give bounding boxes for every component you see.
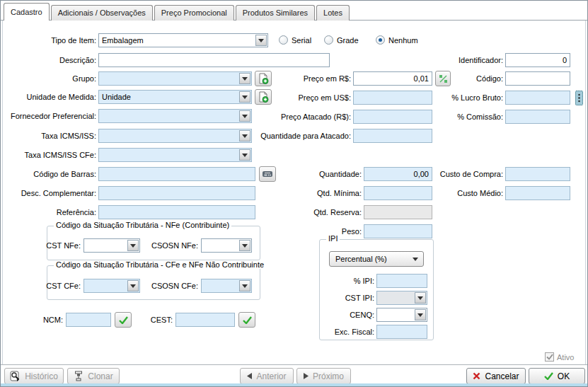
tipo-de-item-select[interactable]: Embalagem (98, 33, 268, 47)
chevron-down-icon[interactable] (127, 240, 139, 251)
ok-button[interactable]: OK (529, 368, 585, 384)
taxa-icms-cfe-label: Taxa ICMS/ISS CFe: (4, 148, 96, 162)
preco-uss-input[interactable] (353, 91, 432, 105)
comissao-input[interactable] (505, 110, 570, 124)
cst-nfe-label: CST NFe: (43, 238, 81, 253)
history-search-icon (10, 371, 21, 381)
proximo-button-label: Próximo (313, 371, 344, 381)
radio-serial-label: Serial (292, 33, 311, 47)
anterior-button[interactable]: Anterior (240, 368, 294, 384)
csosn-nfe-select[interactable] (201, 238, 252, 253)
preco-uss-label: Preço em US$: (245, 91, 351, 105)
chevron-down-icon[interactable] (239, 280, 250, 291)
cancelar-button-label: Cancelar (485, 371, 519, 381)
identificador-label: Identificador: (425, 53, 503, 67)
cest-label: CEST: (144, 313, 173, 327)
custo-compra-input[interactable] (505, 167, 570, 181)
peso-input[interactable] (364, 224, 432, 238)
check-icon (119, 316, 128, 324)
lucro-bruto-input[interactable] (505, 91, 570, 105)
cst-cfe-select[interactable] (83, 279, 140, 293)
chevron-down-icon[interactable] (127, 280, 139, 291)
ok-button-label: OK (558, 371, 570, 381)
groupbox-cst-nfe-title: Código da Situação Tributária - NFe (Con… (54, 221, 231, 229)
unidade-medida-select[interactable]: Unidade (98, 90, 252, 104)
qtd-minima-input[interactable] (364, 186, 432, 200)
preco-rs-input[interactable]: 0,01 (353, 71, 432, 86)
referencia-input[interactable] (98, 205, 255, 219)
chevron-down-icon[interactable] (239, 149, 250, 161)
peso-label: Peso: (277, 224, 362, 238)
custo-compra-label: Custo de Compra: (425, 167, 503, 181)
ipi-pct-input[interactable] (376, 274, 427, 288)
lucro-bruto-expander-button[interactable] (575, 91, 583, 105)
check-icon (546, 354, 553, 360)
quantidade-input[interactable]: 0,00 (364, 167, 432, 181)
chevron-down-icon[interactable] (415, 309, 426, 320)
exc-fiscal-label: Exc. Fiscal: (321, 325, 374, 339)
cest-input[interactable] (175, 313, 235, 327)
ipi-mode-select[interactable]: Percentual (%) (329, 251, 424, 267)
qtd-minima-label: Qtd. Mínima: (277, 186, 362, 200)
identificador-input[interactable]: 0 (505, 53, 570, 67)
radio-nenhum[interactable] (376, 35, 385, 45)
tab-bar: Cadastro Adicionais / Observações Preço … (4, 3, 350, 21)
qtd-atacado-input[interactable] (353, 129, 432, 143)
ativo-checkbox[interactable] (545, 352, 554, 362)
exc-fiscal-input[interactable] (376, 325, 427, 339)
tab-lotes[interactable]: Lotes (316, 5, 350, 21)
ativo-label: Ativo (557, 350, 574, 364)
barcode-scanner-icon (262, 170, 273, 178)
cod-barras-input[interactable] (98, 167, 255, 181)
cenq-label: CENQ: (321, 308, 374, 322)
tab-adicionais-observacoes[interactable]: Adicionais / Observações (51, 5, 153, 21)
descricao-input[interactable] (98, 53, 330, 67)
chevron-down-icon[interactable] (255, 35, 267, 46)
radio-serial[interactable] (279, 35, 288, 45)
tab-produtos-similares[interactable]: Produtos Similares (236, 5, 315, 21)
proximo-button[interactable]: Próximo (296, 368, 351, 384)
cancelar-button[interactable]: Cancelar (466, 368, 526, 384)
ncm-label: NCM: (35, 313, 63, 327)
radio-grade-label: Grade (337, 33, 359, 47)
custo-medio-label: Custo Médio: (425, 186, 503, 200)
qtd-reserva-input (364, 205, 432, 219)
preco-rs-label: Preço em R$: (245, 71, 351, 86)
ncm-input[interactable] (66, 313, 111, 327)
fornecedor-select[interactable] (98, 109, 252, 123)
desc-compl-input[interactable] (98, 186, 255, 200)
custo-medio-input[interactable] (505, 186, 570, 200)
chevron-down-icon[interactable] (415, 292, 426, 304)
grupo-select[interactable] (98, 71, 252, 86)
tipo-de-item-value: Embalagem (102, 36, 144, 45)
cst-ipi-select[interactable] (376, 291, 427, 305)
cenq-select[interactable] (376, 308, 427, 322)
clonar-button[interactable]: Clonar (67, 368, 120, 384)
preco-atacado-label: Preço Atacado (R$): (245, 110, 351, 124)
ipi-pct-label: % IPI: (321, 274, 374, 288)
lucro-bruto-label: % Lucro Bruto: (425, 91, 503, 105)
chevron-down-icon[interactable] (239, 240, 250, 251)
x-icon (473, 372, 480, 380)
arrow-right-icon (304, 373, 309, 379)
tab-preco-promocional[interactable]: Preço Promocional (154, 5, 234, 21)
taxa-icms-label: Taxa ICMS/ISS: (4, 129, 96, 143)
cst-nfe-select[interactable] (83, 238, 140, 253)
radio-grade[interactable] (324, 35, 333, 45)
taxa-icms-cfe-select[interactable] (98, 148, 252, 162)
cst-ipi-label: CST IPI: (321, 291, 374, 305)
vertical-dots-icon (578, 93, 580, 103)
historico-button[interactable]: Histórico (4, 368, 64, 384)
codigo-input[interactable] (505, 71, 570, 86)
tab-cadastro[interactable]: Cadastro (4, 3, 50, 21)
ncm-validate-button[interactable] (115, 312, 132, 328)
cest-validate-button[interactable] (238, 312, 255, 328)
historico-button-label: Histórico (25, 371, 58, 381)
unidade-medida-value: Unidade (102, 93, 131, 101)
csosn-cfe-select[interactable] (201, 279, 252, 293)
csosn-cfe-label: CSOSN CFe: (146, 279, 198, 293)
barcode-scan-button[interactable] (259, 166, 276, 182)
taxa-icms-select[interactable] (98, 129, 252, 143)
preco-atacado-input[interactable] (353, 110, 432, 124)
codigo-label: Código: (425, 71, 503, 86)
